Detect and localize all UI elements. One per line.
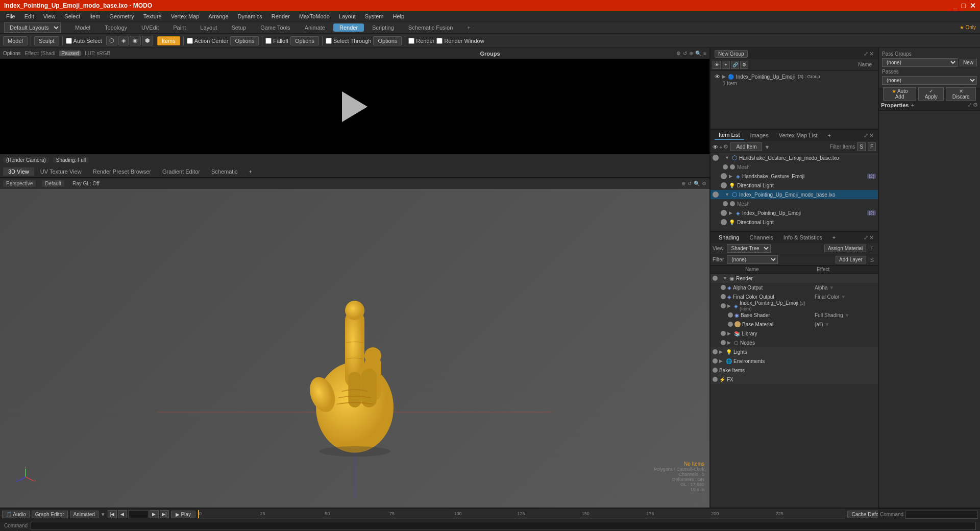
shader-vis-nodes[interactable]	[721, 340, 726, 345]
preview-icon-1[interactable]: ⚙	[676, 51, 681, 56]
item-row-group2[interactable]: ▶ ◈ Index_Pointing_Up_Emoji (2)	[710, 208, 878, 218]
new-pass-btn[interactable]: New	[960, 59, 977, 66]
add-layer-btn[interactable]: Add Layer	[836, 256, 866, 263]
item-vis-g2[interactable]	[721, 210, 727, 216]
shader-row-base-material[interactable]: Base Material (all) ▼	[710, 320, 878, 329]
render-checkbox[interactable]: Render	[408, 38, 434, 44]
action-center-checkbox[interactable]: Action Center	[187, 38, 229, 44]
new-group-btn[interactable]: New Group	[715, 50, 748, 58]
shading-filter-dropdown[interactable]: (none)	[727, 255, 778, 264]
tab-schematic-fusion[interactable]: Schematic Fusion	[402, 23, 459, 32]
shader-vis-bake[interactable]	[713, 368, 718, 373]
tab-gradient-editor[interactable]: Gradient Editor	[157, 167, 205, 176]
menu-layout[interactable]: Layout	[335, 12, 360, 20]
tab-images[interactable]: Images	[746, 131, 773, 139]
viewport-icon-2[interactable]: ↺	[688, 181, 692, 186]
groups-add-icon[interactable]: +	[722, 61, 730, 69]
options-btn-3[interactable]: Options	[373, 36, 402, 45]
command-input[interactable]	[905, 511, 978, 519]
shader-expand-lights[interactable]: ▶	[719, 349, 724, 354]
item-row-group1[interactable]: ▶ ◈ Handshake_Gesture_Emoji (2)	[710, 172, 878, 181]
shader-expand-render[interactable]: ▼	[723, 276, 728, 281]
shader-vis-render[interactable]	[713, 276, 718, 281]
item-expand-g2[interactable]: ▶	[729, 210, 734, 215]
add-item-dropdown-icon[interactable]: ▼	[764, 144, 770, 150]
properties-add-icon[interactable]: +	[911, 102, 914, 108]
shader-vis-library[interactable]	[721, 331, 726, 336]
item-vis-2[interactable]	[713, 191, 719, 198]
tab-uv-texture[interactable]: UV Texture View	[35, 167, 87, 176]
item-row-file1[interactable]: ▼ ⬡ Handshake_Gesture_Emoji_modo_base.lx…	[710, 153, 878, 162]
shader-row-emoji-item[interactable]: ▶ ◈ Index_Pointing_Up_Emoji (2) (Item)	[710, 301, 878, 310]
mode-icon-1[interactable]: ⬡	[106, 36, 117, 45]
shader-row-lights[interactable]: ▶ 💡 Lights	[710, 347, 878, 356]
tab-item-list[interactable]: Item List	[715, 131, 744, 140]
close-btn[interactable]: ✕	[970, 2, 976, 10]
auto-select-checkbox[interactable]: Auto Select	[66, 38, 102, 44]
viewport-icon-1[interactable]: ⊕	[681, 181, 685, 186]
shader-expand-emoji[interactable]: ▶	[727, 303, 732, 308]
mode-icon-3[interactable]: ◉	[130, 36, 141, 45]
item-list-close-icon[interactable]: ✕	[869, 132, 874, 139]
render-window-checkbox[interactable]: Render Window	[436, 38, 484, 44]
item-vis-l1[interactable]	[721, 182, 727, 188]
audio-btn[interactable]: 🎵 Audio	[2, 511, 30, 518]
preview-content[interactable]	[0, 59, 709, 154]
options-btn-2[interactable]: Options	[290, 36, 319, 45]
item-row-file2[interactable]: ▼ ⬡ Index_Pointing_Up_Emoji_modo_base.lx…	[710, 190, 878, 199]
shader-row-nodes[interactable]: ▶ ⬡ Nodes	[710, 338, 878, 347]
play-btn[interactable]: ▶ Play	[171, 511, 195, 518]
options-btn-1[interactable]: Options	[230, 36, 259, 45]
properties-settings-icon[interactable]: ⚙	[973, 102, 978, 108]
tab-add[interactable]: +	[461, 23, 476, 32]
item-row-mesh1[interactable]: Mesh	[710, 162, 878, 172]
menu-system[interactable]: System	[361, 12, 388, 20]
tab-3d-view[interactable]: 3D View	[3, 167, 34, 176]
shader-row-alpha[interactable]: ◈ Alpha Output Alpha ▼	[710, 283, 878, 292]
item-expand-1[interactable]: ▼	[725, 155, 730, 160]
transport-prev[interactable]: ◀	[118, 510, 127, 518]
apply-btn[interactable]: ✓ Apply	[918, 87, 944, 101]
shader-vis-finalcolor[interactable]	[721, 294, 726, 299]
menu-help[interactable]: Help	[389, 12, 409, 20]
tab-render[interactable]: Render	[333, 23, 364, 32]
menu-view[interactable]: View	[39, 12, 60, 20]
item-list-expand-icon[interactable]: ⤢	[864, 132, 868, 139]
tab-add-viewport[interactable]: +	[243, 167, 257, 176]
item-expand-2[interactable]: ▼	[725, 192, 730, 197]
preview-icon-2[interactable]: ↺	[683, 51, 687, 56]
shader-vis-fx[interactable]	[713, 377, 718, 382]
filter-s-btn[interactable]: S	[857, 142, 866, 151]
tab-scripting[interactable]: Scripting	[366, 23, 400, 32]
command-input-bottom[interactable]	[31, 522, 976, 530]
preview-icon-3[interactable]: ⊕	[689, 51, 693, 56]
shader-row-bake-items[interactable]: Bake Items	[710, 366, 878, 375]
falloff-checkbox[interactable]: Falloff	[265, 38, 288, 44]
items-btn[interactable]: Items	[157, 36, 180, 45]
tab-schematic[interactable]: Schematic	[206, 167, 242, 176]
tab-info-stats[interactable]: Info & Statistics	[779, 233, 826, 242]
tab-model[interactable]: Model	[69, 23, 96, 32]
shader-vis-base-material[interactable]	[728, 322, 733, 327]
shader-tree-dropdown[interactable]: Shader Tree	[727, 244, 771, 253]
tab-topology[interactable]: Topology	[99, 23, 133, 32]
tab-render-preset[interactable]: Render Preset Browser	[88, 167, 156, 176]
layout-dropdown[interactable]: Default Layouts	[4, 22, 61, 33]
tab-game-tools[interactable]: Game Tools	[254, 23, 297, 32]
add-item-btn[interactable]: Add Item	[730, 142, 762, 151]
shader-row-base-shader[interactable]: ◉ Base Shader Full Shading ▼	[710, 310, 878, 320]
properties-expand-icon[interactable]: ⤢	[967, 102, 972, 108]
shader-row-render[interactable]: ▼ ◉ Render	[710, 274, 878, 283]
menu-dynamics[interactable]: Dynamics	[234, 12, 266, 20]
item-vis-m2[interactable]	[723, 201, 728, 206]
discard-btn[interactable]: ✕ Discard	[946, 87, 976, 101]
item-vis-l2[interactable]	[721, 219, 727, 225]
tab-add-shading[interactable]: +	[828, 233, 840, 242]
tab-channels[interactable]: Channels	[745, 233, 777, 242]
shading-s-btn[interactable]: S	[868, 257, 876, 263]
auto-add-btn[interactable]: ★ Auto Add	[883, 87, 916, 101]
item-list-add-icon[interactable]: +	[719, 144, 722, 150]
menu-render[interactable]: Render	[267, 12, 294, 20]
select-through-checkbox[interactable]: Select Through	[326, 38, 371, 44]
viewport-icon-3[interactable]: 🔍	[694, 181, 700, 186]
